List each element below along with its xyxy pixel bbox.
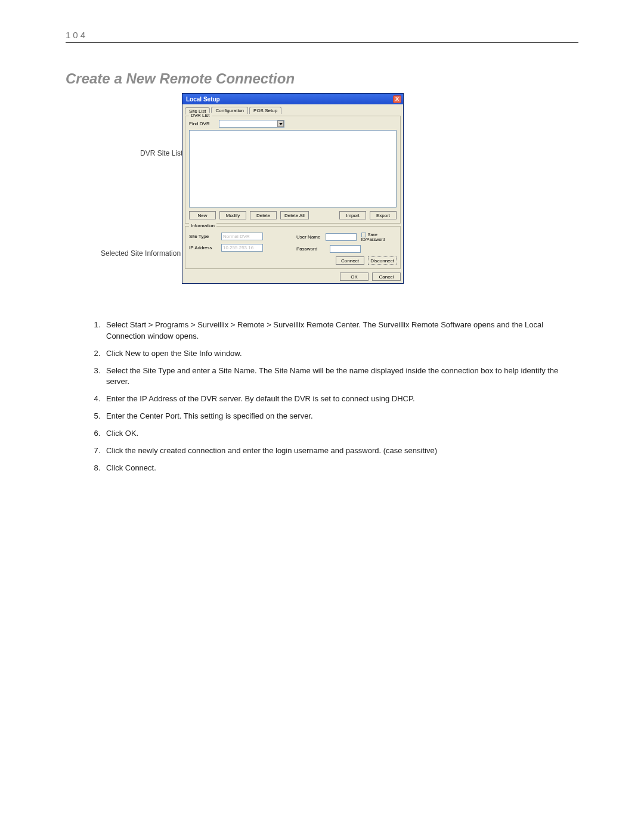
import-button[interactable]: Import (339, 211, 366, 219)
disconnect-button[interactable]: Disconnect (368, 256, 397, 265)
page-header: 104 (66, 30, 578, 43)
delete-all-button[interactable]: Delete All (280, 211, 309, 219)
site-type-field[interactable] (221, 233, 263, 240)
close-icon[interactable]: X (393, 95, 401, 103)
page-number: 104 (66, 30, 88, 40)
user-name-field[interactable] (326, 233, 357, 241)
callout-selected-site-info: Selected Site Information (101, 249, 181, 258)
dvr-list-label: DVR List (189, 113, 212, 118)
dvr-list-group: DVR List Find DVR New Modify Delete Dele… (185, 116, 401, 224)
delete-button[interactable]: Delete (250, 211, 277, 219)
modify-button[interactable]: Modify (219, 211, 246, 219)
dialog-body: Site List Configuration POS Setup DVR Li… (182, 104, 403, 283)
local-setup-dialog: Local Setup X Site List Configuration PO… (182, 93, 404, 284)
save-id-password-checkbox-label: Save ID/Password (361, 233, 397, 241)
ok-button[interactable]: OK (340, 272, 369, 281)
find-dvr-combo[interactable] (219, 120, 284, 128)
export-button[interactable]: Export (370, 211, 397, 219)
dvr-site-list[interactable] (189, 130, 397, 208)
tab-pos-setup[interactable]: POS Setup (249, 107, 281, 114)
figure-container: DVR Site List Import/Export saved config… (66, 93, 578, 302)
instruction-step: Click New to open the Site Info window. (103, 348, 572, 360)
ip-address-field[interactable] (221, 244, 263, 252)
user-name-label: User Name (296, 234, 323, 240)
information-label: Information (189, 223, 216, 228)
connect-button[interactable]: Connect (336, 256, 364, 265)
instruction-step: Enter the IP Address of the DVR server. … (103, 394, 572, 405)
instruction-list: Select Start > Programs > Surveillix > R… (103, 320, 572, 473)
password-field[interactable] (330, 245, 361, 253)
instruction-step: Click Connect. (103, 463, 572, 474)
information-group: Information Site Type IP Address (185, 226, 401, 269)
tab-configuration[interactable]: Configuration (211, 107, 248, 114)
dialog-title: Local Setup (186, 96, 220, 103)
instruction-step: Click the newly created connection and e… (103, 445, 572, 457)
instruction-step: Click OK. (103, 428, 572, 439)
find-dvr-label: Find DVR (189, 121, 216, 126)
new-button[interactable]: New (189, 211, 216, 219)
save-id-password-checkbox[interactable] (361, 233, 366, 237)
password-label: Password (296, 246, 327, 252)
site-type-label: Site Type (189, 234, 219, 239)
dialog-titlebar: Local Setup X (182, 94, 403, 104)
instruction-step: Select the Site Type and enter a Site Na… (103, 366, 572, 388)
tab-strip: Site List Configuration POS Setup (185, 107, 401, 114)
cancel-button[interactable]: Cancel (372, 272, 401, 281)
instruction-step: Select Start > Programs > Surveillix > R… (103, 320, 572, 342)
section-title: Create a New Remote Connection (66, 70, 578, 87)
ip-address-label: IP Address (189, 245, 219, 250)
chevron-down-icon[interactable] (277, 120, 284, 127)
callout-dvr-site-list: DVR Site List (140, 149, 182, 157)
instruction-step: Enter the Center Port. This setting is s… (103, 411, 572, 422)
